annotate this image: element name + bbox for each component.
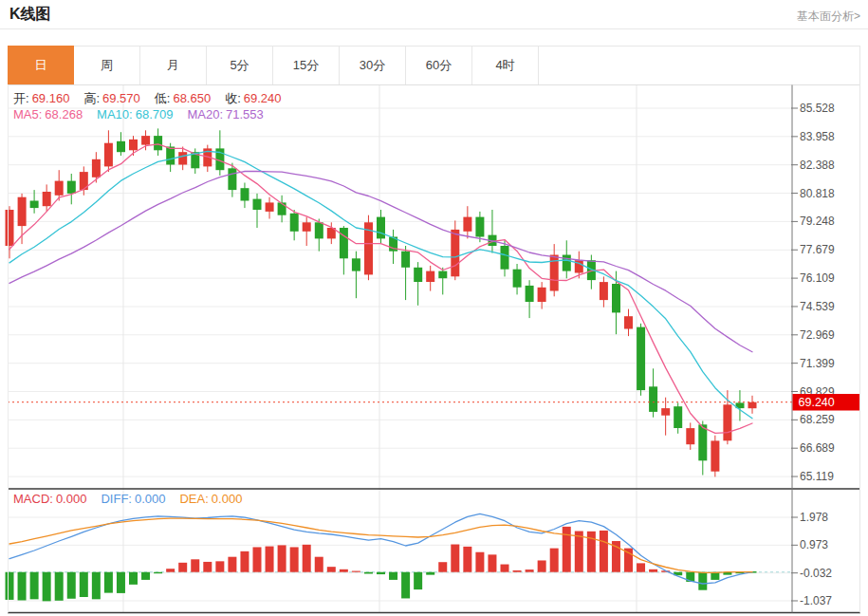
readout-value: 0.000 xyxy=(135,492,166,506)
readout-label: DIFF: xyxy=(101,492,132,506)
macd-item: DIFF:0.000 xyxy=(101,492,165,506)
main-axis-label: 68.259 xyxy=(800,413,835,426)
readout-value: 68.650 xyxy=(173,91,211,105)
macd-histogram xyxy=(6,527,757,602)
main-axis-label: 82.388 xyxy=(800,159,835,172)
readout-value: 69.570 xyxy=(102,91,140,105)
ohlc-item: 低:68.650 xyxy=(155,91,211,105)
main-axis-label: 83.958 xyxy=(800,130,835,143)
readout-value: 68.268 xyxy=(45,107,83,121)
readout-label: 低: xyxy=(155,91,171,105)
main-axis-label: 79.248 xyxy=(800,215,835,228)
readout-label: 收: xyxy=(225,91,241,105)
main-axis-label: 85.528 xyxy=(800,102,835,115)
macd-axis-label: 1.978 xyxy=(800,511,828,524)
ma-readout: MA5:68.268MA10:68.709MA20:71.553 xyxy=(13,107,278,121)
macd-axis-label: -0.032 xyxy=(800,567,832,580)
candlestick-series xyxy=(6,128,757,476)
readout-value: 0.000 xyxy=(212,492,243,506)
readout-label: MA10: xyxy=(97,107,133,121)
readout-value: 71.553 xyxy=(226,107,264,121)
main-axis-label: 77.679 xyxy=(800,243,835,256)
main-axis-label: 76.109 xyxy=(800,271,835,285)
macd-axis-label: 0.973 xyxy=(800,538,828,551)
macd-axis: 1.9780.973-0.032-1.037 xyxy=(791,511,832,607)
ohlc-item: 高:69.570 xyxy=(83,91,139,105)
ohlc-item: 收:69.240 xyxy=(225,91,281,105)
ma-item: MA20:71.553 xyxy=(187,107,263,121)
current-price-value: 69.240 xyxy=(799,396,835,409)
main-axis-label: 74.539 xyxy=(800,300,835,313)
macd-readout: MACD:0.000DIFF:0.000DEA:0.000 xyxy=(13,492,256,506)
readout-value: 68.709 xyxy=(136,107,174,121)
ohlc-readout: 开:69.160高:69.570低:68.650收:69.240 xyxy=(13,91,296,105)
readout-label: MA20: xyxy=(187,107,223,121)
readout-value: 0.000 xyxy=(56,492,87,506)
readout-label: 高: xyxy=(83,91,100,105)
ohlc-item: 开:69.160 xyxy=(13,91,69,105)
main-axis-label: 72.969 xyxy=(800,328,835,342)
macd-item: DEA:0.000 xyxy=(179,492,242,506)
ma-item: MA5:68.268 xyxy=(13,107,83,121)
readout-value: 69.240 xyxy=(244,91,282,105)
main-axis-label: 71.399 xyxy=(800,357,835,370)
current-price-tag: 69.240 xyxy=(793,394,860,411)
pane-borders xyxy=(8,46,860,613)
macd-gridlines xyxy=(8,517,792,601)
main-axis-label: 80.818 xyxy=(800,187,835,200)
main-axis-label: 66.689 xyxy=(800,441,835,455)
readout-value: 69.160 xyxy=(32,91,70,105)
macd-item: MACD:0.000 xyxy=(13,492,86,506)
main-axis-label: 65.119 xyxy=(800,470,834,483)
macd-axis-label: -1.037 xyxy=(800,594,832,607)
ma-item: MA10:68.709 xyxy=(97,107,173,121)
readout-label: MA5: xyxy=(13,107,42,121)
readout-label: DEA: xyxy=(179,492,208,506)
readout-label: MACD: xyxy=(13,492,53,506)
main-price-axis: 85.52883.95882.38880.81879.24877.67976.1… xyxy=(791,102,835,483)
readout-label: 开: xyxy=(13,91,29,105)
